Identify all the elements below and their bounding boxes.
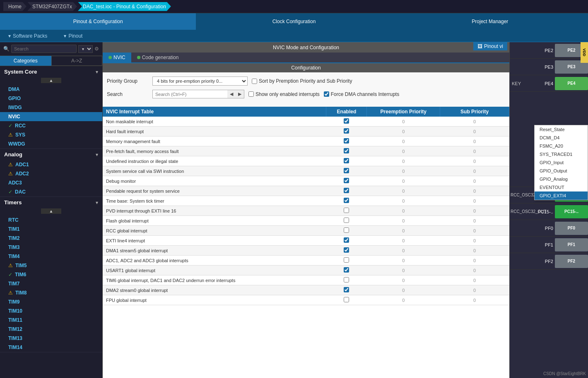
context-menu-eventout[interactable]: EVENTOUT [535, 183, 588, 191]
interrupt-enabled-checkbox[interactable] [344, 287, 349, 292]
sidebar-item-tim8[interactable]: TIM8 [0, 288, 102, 297]
sidebar-tab-categories[interactable]: Categories [0, 56, 51, 66]
sub-tab-pinout[interactable]: ▾ Pinout [55, 30, 91, 42]
sidebar-section-header-system-core[interactable]: System Core ▾ [0, 66, 102, 77]
interrupt-enabled-cell [326, 146, 367, 156]
context-menu-gpio-input[interactable]: GPIO_Input [535, 158, 588, 167]
sidebar-item-wwdg[interactable]: WWDG [0, 139, 102, 148]
interrupt-enabled-checkbox[interactable] [344, 148, 349, 153]
interrupt-enabled-checkbox[interactable] [344, 237, 349, 243]
gear-icon[interactable]: ⚙ [94, 46, 99, 52]
sub-tab-software-packs[interactable]: ▾ Software Packs [0, 30, 55, 42]
timers-scroll-up-button[interactable]: ▲ [41, 208, 62, 214]
content-area: 🔍 ▾ ⚙ Categories A->Z System Core ▾ ▲ [0, 42, 588, 378]
context-menu-gpio-analog[interactable]: GPIO_Analog [535, 175, 588, 183]
search-dropdown[interactable]: ▾ [78, 45, 93, 53]
sidebar-item-tim1[interactable]: TIM1 [0, 225, 102, 234]
sidebar-item-tim9[interactable]: TIM9 [0, 297, 102, 306]
interrupt-enabled-checkbox[interactable] [344, 227, 349, 233]
search-next-button[interactable]: ▶ [236, 90, 244, 98]
sidebar-item-tim11[interactable]: TIM11 [0, 316, 102, 325]
interrupt-preemption-cell: 0 [367, 285, 440, 295]
sidebar-item-iwdg[interactable]: IWDG [0, 103, 102, 112]
pin-box-pc15[interactable]: PC15-.. [555, 205, 588, 218]
sidebar-item-tim12[interactable]: TIM12 [0, 325, 102, 334]
sidebar-item-tim2[interactable]: TIM2 [0, 234, 102, 243]
interrupt-preemption-cell: 0 [367, 226, 440, 236]
config-tab-nvic[interactable]: NVIC [103, 53, 131, 62]
nvic-search-input[interactable] [153, 91, 227, 98]
context-menu-dcmi[interactable]: DCMI_D4 [535, 134, 588, 142]
tab-pinout[interactable]: Pinout & Configuration [0, 13, 196, 30]
sidebar-item-rtc[interactable]: RTC [0, 215, 102, 225]
interrupt-enabled-cell [326, 206, 367, 216]
pin-row-pf0: PF0 PF0 [510, 220, 588, 237]
scroll-up-button[interactable]: ▲ [41, 78, 62, 83]
interrupt-enabled-checkbox[interactable] [344, 178, 349, 183]
sidebar-item-tim3[interactable]: TIM3 [0, 243, 102, 252]
context-menu-gpio-output[interactable]: GPIO_Output [535, 167, 588, 175]
tab-project[interactable]: Project Manager [392, 13, 588, 30]
pin-box-pf2[interactable]: PF2 [555, 255, 588, 268]
interrupt-subpriority-cell: 0 [440, 275, 509, 285]
breadcrumb-file[interactable]: DAC_test.ioc - Pinout & Configuration [78, 2, 171, 11]
context-menu-gpio-exti4[interactable]: GPIO_EXTI4 [535, 191, 588, 200]
context-menu-reset[interactable]: Reset_State [535, 125, 588, 134]
interrupt-enabled-checkbox[interactable] [344, 208, 349, 213]
sidebar-item-tim10[interactable]: TIM10 [0, 306, 102, 316]
sidebar-section-header-timers[interactable]: Timers ▾ [0, 197, 102, 208]
sidebar-item-tim14[interactable]: TIM14 [0, 343, 102, 352]
search-prev-button[interactable]: ◀ [227, 90, 236, 98]
nvic-dot-icon [108, 56, 112, 59]
sidebar-item-dac[interactable]: DAC [0, 187, 102, 196]
interrupt-enabled-cell [326, 285, 367, 295]
priority-group-select[interactable]: 4 bits for pre-emption priority 0... [152, 77, 248, 86]
sidebar-item-dma[interactable]: DMA [0, 85, 102, 94]
sidebar-item-tim4[interactable]: TIM4 [0, 252, 102, 261]
sidebar-section-header-analog[interactable]: Analog ▾ [0, 149, 102, 160]
sidebar-item-gpio[interactable]: GPIO [0, 94, 102, 103]
table-row: FPU global interrupt00 [103, 295, 509, 305]
config-tab-code-gen[interactable]: Code generation [131, 53, 185, 62]
interrupt-enabled-checkbox[interactable] [344, 218, 349, 223]
interrupt-enabled-checkbox[interactable] [344, 168, 349, 173]
search-input[interactable] [11, 45, 77, 53]
interrupt-name-cell: FPU global interrupt [103, 295, 326, 305]
pin-box-pe4[interactable]: PE4 [555, 77, 588, 90]
sidebar-item-tim13[interactable]: TIM13 [0, 334, 102, 343]
show-enabled-checkbox[interactable] [248, 91, 254, 97]
interrupt-enabled-checkbox[interactable] [344, 128, 349, 134]
breadcrumb-home[interactable]: Home [3, 2, 27, 11]
interrupt-enabled-checkbox[interactable] [344, 118, 349, 124]
interrupt-enabled-checkbox[interactable] [344, 257, 349, 263]
sidebar-item-tim7[interactable]: TIM7 [0, 279, 102, 288]
sidebar-item-nvic[interactable]: NVIC [0, 112, 102, 121]
tab-clock[interactable]: Clock Configuration [196, 13, 392, 30]
interrupt-enabled-checkbox[interactable] [344, 247, 349, 253]
sidebar-item-tim6[interactable]: TIM6 [0, 270, 102, 279]
force-dma-checkbox[interactable] [324, 91, 329, 97]
breadcrumb-device[interactable]: STM32F407ZGTx [27, 2, 77, 11]
sidebar-item-sys[interactable]: SYS [0, 130, 102, 139]
sidebar-item-tim5[interactable]: TIM5 [0, 261, 102, 270]
pin-box-pf1[interactable]: PF1 [555, 238, 588, 251]
context-menu-sys-traced[interactable]: SYS_TRACED1 [535, 150, 588, 158]
pinout-vi-button[interactable]: 🖼 Pinout vi [473, 42, 507, 50]
sidebar-tab-az[interactable]: A->Z [51, 56, 103, 66]
interrupt-enabled-checkbox[interactable] [344, 198, 349, 203]
sort-priority-checkbox[interactable] [252, 79, 257, 84]
interrupt-enabled-checkbox[interactable] [344, 188, 349, 193]
pin-box-pf0[interactable]: PF0 [555, 222, 588, 235]
sidebar-item-adc1[interactable]: ADC1 [0, 160, 102, 169]
context-menu-fsmc[interactable]: FSMC_A20 [535, 142, 588, 150]
interrupt-enabled-checkbox[interactable] [344, 138, 349, 144]
interrupt-enabled-checkbox[interactable] [344, 297, 349, 302]
sidebar-item-adc3[interactable]: ADC3 [0, 178, 102, 187]
interrupt-enabled-checkbox[interactable] [344, 158, 349, 163]
interrupt-enabled-checkbox[interactable] [344, 267, 349, 273]
table-row: EXTI line4 interrupt00 [103, 236, 509, 246]
sidebar-item-rcc[interactable]: RCC [0, 121, 102, 130]
sidebar-item-adc2[interactable]: ADC2 [0, 169, 102, 178]
interrupt-enabled-checkbox[interactable] [344, 277, 349, 282]
interrupt-subpriority-cell: 0 [440, 246, 509, 256]
